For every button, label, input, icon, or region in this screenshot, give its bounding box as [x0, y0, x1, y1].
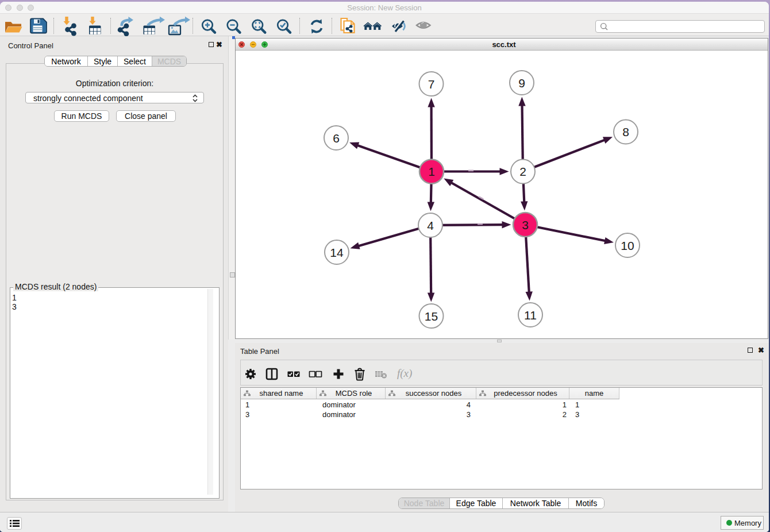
svg-text:8: 8	[622, 125, 629, 138]
svg-text:14: 14	[330, 246, 344, 259]
svg-text:7: 7	[428, 78, 435, 91]
svg-text:6: 6	[333, 132, 340, 145]
svg-text:1: 1	[428, 165, 435, 178]
svg-text:3: 3	[522, 218, 529, 232]
svg-text:11: 11	[524, 309, 537, 322]
svg-text:15: 15	[425, 310, 438, 323]
svg-text:2: 2	[519, 165, 526, 178]
svg-text:9: 9	[518, 76, 525, 90]
svg-text:10: 10	[621, 239, 634, 252]
svg-text:4: 4	[427, 219, 434, 232]
